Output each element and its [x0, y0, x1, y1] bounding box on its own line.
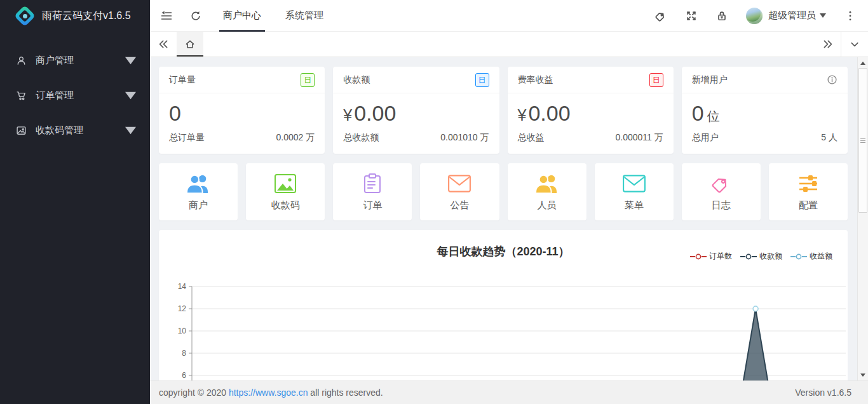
daily-badge: 日	[301, 73, 315, 87]
app-title: 雨荷云码支付v1.6.5	[42, 10, 131, 23]
daily-badge: 日	[649, 73, 663, 87]
daily-trend-chart-card: 每日收款趋势（2020-11） 订单数 收款额 收益额 14121	[159, 230, 848, 380]
chevron-down-icon	[125, 125, 136, 136]
picture-icon	[16, 125, 27, 136]
lock-icon[interactable]	[715, 10, 728, 22]
shortcut-label: 订单	[363, 199, 382, 212]
tab-system-management[interactable]: 系统管理	[273, 0, 336, 32]
shortcut-personnel[interactable]: 人员	[508, 163, 587, 220]
page-footer: copyright © 2020 https://www.sgoe.cn all…	[150, 380, 868, 404]
tag-icon	[709, 172, 733, 195]
copyright-text: copyright © 2020 https://www.sgoe.cn all…	[159, 387, 383, 398]
user-icon	[16, 55, 27, 66]
app-window: 雨荷云码支付v1.6.5 商户管理 订单管理 收款码	[0, 0, 868, 404]
tag-icon[interactable]	[654, 10, 667, 22]
stat-card-orders: 订单量 日 0 总订单量 0.0002 万	[159, 67, 325, 154]
trend-chart-plot: 14121086420	[159, 278, 848, 380]
legend-marker-icon	[790, 253, 807, 260]
envelope-icon	[622, 172, 646, 195]
legend-marker-icon	[740, 253, 757, 260]
brand: 雨荷云码支付v1.6.5	[0, 0, 150, 32]
main-area: 商户中心 系统管理	[150, 0, 868, 404]
sidebar-item-label: 商户管理	[36, 55, 125, 67]
info-icon[interactable]	[827, 74, 837, 85]
dashboard-content: 订单量 日 0 总订单量 0.0002 万 收款额 日	[150, 57, 868, 380]
stat-footer-label: 总用户	[692, 132, 719, 144]
stat-card-new-users: 新增用户 0位 总用户 5 人	[682, 67, 848, 154]
scroll-up-icon[interactable]	[858, 58, 868, 68]
stat-footer-label: 总收益	[518, 132, 545, 144]
chevron-down-icon	[820, 13, 826, 18]
sidebar-menu: 商户管理 订单管理 收款码管理	[0, 43, 150, 148]
chevron-down-icon	[125, 55, 136, 66]
users-icon	[186, 172, 210, 195]
sidebar-item-qrcode-management[interactable]: 收款码管理	[0, 113, 150, 148]
menu-fold-icon[interactable]	[160, 10, 173, 22]
tab-merchant-center[interactable]: 商户中心	[211, 0, 273, 32]
users-icon	[535, 172, 559, 195]
stat-cards-row: 订单量 日 0 总订单量 0.0002 万 收款额 日	[159, 67, 848, 154]
svg-text:6: 6	[182, 371, 186, 380]
legend-marker-icon	[690, 253, 707, 260]
svg-text:8: 8	[182, 349, 186, 358]
refresh-icon[interactable]	[189, 10, 202, 22]
stat-card-fee-profit: 费率收益 日 ¥0.00 总收益 0.000011 万	[508, 67, 674, 154]
tabs-scroll-right-icon[interactable]	[814, 32, 841, 57]
shortcut-qrcodes[interactable]: 收款码	[246, 163, 325, 220]
sidebar-item-merchant-management[interactable]: 商户管理	[0, 43, 150, 78]
shortcut-settings[interactable]: 配置	[769, 163, 848, 220]
sidebar-item-order-management[interactable]: 订单管理	[0, 78, 150, 113]
stat-value: 0	[169, 100, 315, 126]
legend-item-income[interactable]: 收款额	[740, 251, 782, 262]
stat-title: 费率收益	[518, 74, 553, 86]
stat-title: 订单量	[169, 74, 196, 86]
legend-item-orders[interactable]: 订单数	[690, 251, 732, 262]
stat-footer-value: 0.0002 万	[276, 132, 315, 144]
chevron-down-icon	[125, 90, 136, 101]
legend-item-profit[interactable]: 收益额	[790, 251, 832, 262]
stat-footer-value: 0.001010 万	[440, 132, 489, 144]
tabs-menu-icon[interactable]	[841, 32, 868, 57]
shortcut-logs[interactable]: 日志	[682, 163, 761, 220]
user-avatar[interactable]	[746, 8, 763, 24]
cart-icon	[16, 90, 27, 101]
user-menu[interactable]: 超级管理员	[768, 10, 826, 22]
svg-text:14: 14	[178, 282, 187, 291]
site-link[interactable]: https://www.sgoe.cn	[229, 387, 308, 398]
stat-title: 收款额	[343, 74, 370, 86]
tab-home[interactable]	[177, 32, 203, 57]
chart-legend: 订单数 收款额 收益额	[682, 251, 832, 262]
app-logo-icon	[15, 6, 34, 25]
sidebar-item-label: 收款码管理	[36, 125, 125, 137]
stat-value: ¥0.00	[343, 100, 489, 126]
more-options-icon[interactable]	[844, 10, 857, 22]
stat-card-income: 收款额 日 ¥0.00 总收款额 0.001010 万	[333, 67, 499, 154]
sidebar: 雨荷云码支付v1.6.5 商户管理 订单管理 收款码	[0, 0, 150, 404]
daily-badge: 日	[475, 73, 489, 87]
envelope-icon	[447, 172, 471, 195]
stat-value: ¥0.00	[518, 100, 663, 126]
scroll-down-icon[interactable]	[858, 370, 868, 380]
shortcut-label: 商户	[189, 199, 208, 212]
tabs-scroll-left-icon[interactable]	[150, 32, 177, 57]
sliders-icon	[796, 172, 820, 195]
shortcut-merchants[interactable]: 商户	[159, 163, 238, 220]
stat-footer-label: 总订单量	[169, 132, 205, 144]
svg-text:10: 10	[178, 327, 187, 335]
picture-icon	[273, 172, 297, 195]
shortcut-menus[interactable]: 菜单	[595, 163, 674, 220]
shortcut-label: 配置	[799, 199, 818, 212]
content-scrollbar[interactable]	[857, 57, 868, 380]
version-label: Version v1.6.5	[795, 387, 851, 398]
scrollbar-thumb[interactable]	[858, 68, 867, 213]
shortcut-orders[interactable]: 订单	[333, 163, 412, 220]
top-navbar: 商户中心 系统管理	[150, 0, 868, 32]
shortcut-label: 公告	[450, 199, 469, 212]
shortcut-announcements[interactable]: 公告	[420, 163, 499, 220]
fullscreen-icon[interactable]	[685, 10, 698, 22]
home-icon	[184, 39, 196, 50]
shortcut-label: 收款码	[271, 199, 300, 212]
svg-text:12: 12	[178, 304, 187, 313]
stat-title: 新增用户	[692, 74, 728, 86]
tabbar-right	[814, 32, 868, 57]
